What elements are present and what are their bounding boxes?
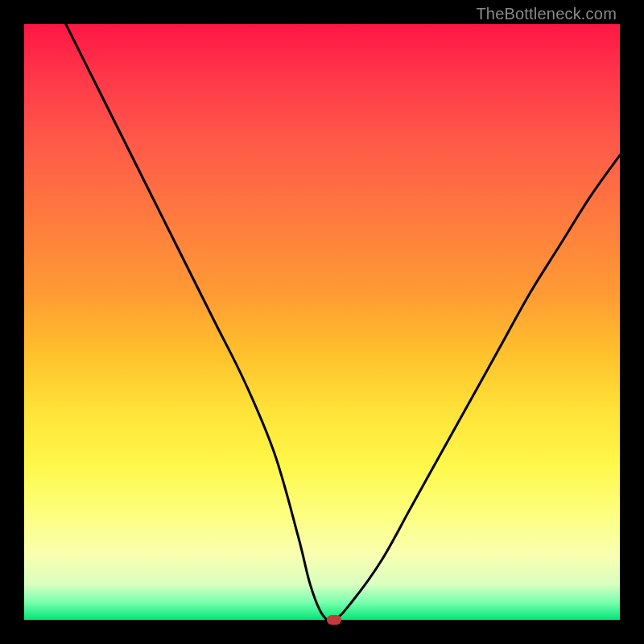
chart-frame: TheBottleneck.com bbox=[0, 0, 644, 644]
plot-area bbox=[24, 24, 620, 620]
optimal-point-marker bbox=[327, 615, 341, 625]
bottleneck-curve bbox=[24, 24, 620, 620]
watermark-text: TheBottleneck.com bbox=[476, 5, 617, 23]
